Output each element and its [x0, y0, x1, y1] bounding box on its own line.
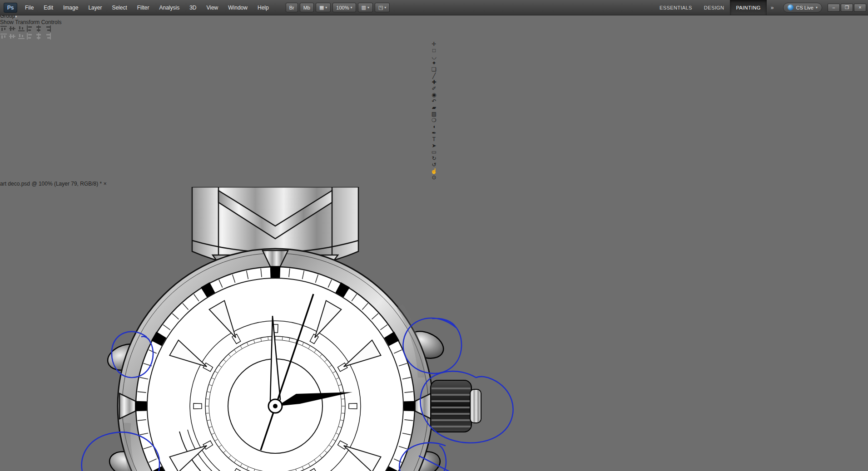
history-brush-tool[interactable]: ↶ [432, 98, 436, 104]
application-bar: Ps FileEditImageLayerSelectFilterAnalysi… [0, 0, 868, 15]
blur-tool[interactable]: ❍ [432, 117, 436, 123]
minimize-button[interactable]: – [828, 4, 840, 12]
hand-tool-icon: ☝ [431, 168, 437, 174]
menu-3d[interactable]: 3D [184, 0, 201, 15]
logo-text: Ps [7, 5, 14, 11]
view-extras-icon: ▦ [319, 5, 324, 10]
screen-mode-button[interactable]: ◳▾ [375, 3, 390, 12]
mini-bridge-icon: Mb [303, 5, 310, 10]
workspace-painting[interactable]: PAINTING [730, 0, 766, 15]
quick-selection-tool[interactable]: ✦ [432, 60, 436, 66]
workspace-switcher: ESSENTIALSDESIGNPAINTING [654, 0, 767, 15]
eraser-tool-icon: ▰ [432, 104, 436, 111]
align-right-edges-icon[interactable] [44, 27, 51, 33]
photoshop-logo[interactable]: Ps [4, 3, 17, 13]
gradient-tool[interactable]: ▨ [432, 111, 436, 117]
rectangle-tool-icon: ▭ [432, 149, 436, 155]
document-tab-bar: art deco.psd @ 100% (Layer 79, RGB/8) * … [0, 181, 868, 187]
quick-selection-tool-icon: ✦ [432, 60, 436, 66]
path-selection-tool[interactable]: ➤ [432, 142, 436, 149]
clone-stamp-tool[interactable]: ◉ [432, 92, 436, 98]
workspace-design[interactable]: DESIGN [698, 0, 730, 15]
menu-file[interactable]: File [20, 0, 39, 15]
align-left-edges-icon[interactable] [26, 27, 34, 33]
close-button[interactable]: × [854, 4, 866, 12]
workspace-overflow-button[interactable]: » [767, 0, 778, 15]
distribute-horizontal-centers-icon[interactable] [35, 34, 42, 41]
menu-view[interactable]: View [201, 0, 223, 15]
menu-layer[interactable]: Layer [83, 0, 107, 15]
eraser-tool[interactable]: ▰ [432, 104, 436, 111]
tab-close-icon[interactable]: × [104, 181, 107, 187]
document-tab[interactable]: art deco.psd @ 100% (Layer 79, RGB/8) * … [0, 181, 868, 187]
distribute-bottom-edges-icon[interactable] [18, 34, 25, 41]
screen-mode-icon: ◳ [378, 5, 383, 10]
distribute-left-edges-icon[interactable] [26, 34, 34, 41]
window-controls: – ❐ × [828, 4, 866, 12]
crop-tool[interactable]: ❏ [432, 66, 436, 73]
history-brush-tool-icon: ↶ [432, 98, 436, 104]
menu-image[interactable]: Image [58, 0, 83, 15]
3d-object-rotate-tool-icon: ↻ [432, 155, 436, 162]
brush-tool-icon: ✐ [432, 85, 436, 92]
watch-artwork [0, 187, 728, 471]
bridge-icon: Br [289, 5, 294, 10]
menu-window[interactable]: Window [223, 0, 253, 15]
clone-stamp-tool-icon: ◉ [432, 92, 436, 98]
distribute-right-edges-icon[interactable] [44, 34, 51, 41]
zoom-tool[interactable]: ⊙ [432, 174, 436, 181]
align-vertical-centers-icon[interactable] [9, 27, 16, 33]
rectangular-marquee-tool[interactable]: □ [432, 47, 436, 54]
watch-crown [431, 380, 481, 432]
dodge-tool[interactable]: ◖ [432, 123, 436, 130]
mini-bridge-button[interactable]: Mb [300, 3, 314, 12]
canvas[interactable]: HISTORY » Disable layer effectsEnable la… [0, 187, 868, 471]
spot-healing-brush-tool[interactable]: ✚ [432, 79, 436, 85]
tools-panel: ✛□◡✦❏╱✚✐◉↶▰▨❍◖✒T➤▭↻↺☝⊙ [0, 41, 868, 181]
menu-select[interactable]: Select [107, 0, 132, 15]
cs-live-label: CS Live [796, 5, 813, 10]
align-bottom-edges-icon[interactable] [18, 27, 25, 33]
rectangle-tool[interactable]: ▭ [432, 149, 436, 155]
chevron-down-icon: ▾ [367, 5, 369, 10]
spot-healing-brush-tool-icon: ✚ [432, 79, 436, 85]
restore-button[interactable]: ❐ [841, 4, 853, 12]
menu-edit[interactable]: Edit [39, 0, 58, 15]
zoom-tool-icon: ⊙ [432, 174, 436, 181]
zoom-level-button[interactable]: 100%▾ [332, 3, 356, 12]
dodge-tool-icon: ◖ [432, 123, 436, 130]
document-area: art deco.psd @ 100% (Layer 79, RGB/8) * … [0, 181, 868, 471]
pen-tool-icon: ✒ [432, 130, 436, 136]
zoom-level-value: 100% [336, 5, 349, 10]
lasso-tool[interactable]: ◡ [432, 54, 436, 60]
hand-tool[interactable]: ☝ [431, 168, 437, 174]
eyedropper-tool[interactable]: ╱ [432, 73, 436, 79]
blur-tool-icon: ❍ [432, 117, 436, 123]
distribute-vertical-centers-icon[interactable] [9, 34, 16, 41]
3d-object-rotate-tool[interactable]: ↻ [432, 155, 436, 162]
type-tool[interactable]: T [432, 136, 436, 142]
brush-tool[interactable]: ✐ [432, 85, 436, 92]
move-tool-icon: ✛ [432, 41, 436, 47]
align-top-edges-icon[interactable] [0, 27, 7, 33]
align-horizontal-centers-icon[interactable] [35, 27, 42, 33]
lasso-tool-icon: ◡ [432, 54, 436, 60]
distribute-top-edges-icon[interactable] [0, 34, 7, 41]
path-selection-tool-icon: ➤ [432, 142, 436, 149]
3d-camera-rotate-tool[interactable]: ↺ [432, 162, 436, 168]
cs-live-button[interactable]: CS Live ▾ [783, 3, 822, 13]
chevron-down-icon: ▾ [384, 5, 386, 10]
pen-tool[interactable]: ✒ [432, 130, 436, 136]
eyedropper-tool-icon: ╱ [432, 73, 436, 79]
arrange-documents-button[interactable]: ▥▾ [358, 3, 373, 12]
view-extras-button[interactable]: ▦▾ [316, 3, 331, 12]
bridge-button[interactable]: Br [286, 3, 298, 12]
type-tool-icon: T [432, 136, 436, 142]
show-transform-label: Show Transform Controls [0, 19, 61, 25]
menu-analysis[interactable]: Analysis [154, 0, 184, 15]
workspace-essentials[interactable]: ESSENTIALS [654, 0, 698, 15]
rectangular-marquee-tool-icon: □ [432, 47, 436, 54]
menu-filter[interactable]: Filter [132, 0, 154, 15]
menu-help[interactable]: Help [253, 0, 274, 15]
move-tool[interactable]: ✛ [432, 41, 436, 47]
